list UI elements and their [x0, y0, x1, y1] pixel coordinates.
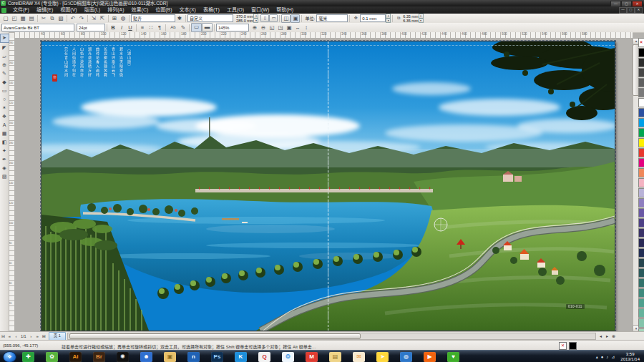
add-page-button-2[interactable]: ⊞: [41, 333, 47, 340]
horizontal-scroll-thumb[interactable]: [69, 333, 361, 339]
color-swatch-26[interactable]: [638, 308, 644, 318]
kugou-app[interactable]: K: [235, 352, 247, 362]
open-button[interactable]: ◰: [10, 14, 19, 22]
menu-效果[interactable]: 效果(C): [128, 6, 152, 14]
menu-文件[interactable]: 文件(F): [9, 6, 33, 14]
table-tool[interactable]: ▦: [1, 129, 9, 137]
color-swatch-21[interactable]: [638, 258, 644, 268]
pick-tool[interactable]: ➤: [0, 34, 9, 43]
zoom-level-dropdown[interactable]: 145%: [216, 24, 249, 31]
page-size-stepper[interactable]: ▴▾: [253, 14, 258, 23]
color-swatch-19[interactable]: [638, 238, 644, 248]
menu-版面[interactable]: 版面(L): [81, 6, 104, 14]
last-page-button[interactable]: »: [34, 333, 41, 340]
freehand-tool[interactable]: ✎: [1, 69, 9, 77]
color-swatch-3[interactable]: [638, 78, 644, 87]
bullet-list-button[interactable]: ∷: [147, 24, 155, 31]
menu-排列[interactable]: 排列(A): [104, 6, 127, 14]
tray-volume-icon[interactable]: ♪: [606, 355, 608, 359]
messenger-app[interactable]: ☻: [140, 352, 152, 362]
duplicate-stepper[interactable]: ▴▾: [419, 14, 424, 23]
antivirus-app[interactable]: ✚: [22, 352, 34, 362]
scroll-left-button[interactable]: ◂: [597, 333, 604, 340]
bridge-app[interactable]: Br: [93, 352, 105, 362]
edit-text-button[interactable]: ✎: [179, 24, 187, 31]
import-button[interactable]: ⇲: [89, 14, 98, 22]
font-size-dropdown[interactable]: 24pt: [77, 24, 105, 31]
add-page-button[interactable]: ⊟: [0, 333, 6, 340]
polygon-tool[interactable]: ✶: [1, 104, 9, 112]
menu-编辑[interactable]: 编辑(E): [33, 6, 57, 14]
landscape-button[interactable]: ▭: [269, 14, 278, 22]
zoom-selected-button[interactable]: ◱: [268, 24, 276, 31]
nudge-stepper[interactable]: ▴▾: [386, 14, 391, 23]
drop-cap-button[interactable]: ¶: [155, 24, 164, 31]
page-preset-dropdown[interactable]: 自定义: [187, 14, 233, 22]
color-swatch-9[interactable]: [638, 138, 644, 147]
outline-color-indicator[interactable]: [569, 342, 577, 350]
zoom-out-button[interactable]: ⊖: [259, 24, 268, 31]
menu-工具[interactable]: 工具(O): [223, 6, 248, 14]
welcome-screen-button[interactable]: ◍: [119, 14, 127, 22]
color-swatch-14[interactable]: [638, 188, 644, 197]
zoom-tool[interactable]: ⊕: [1, 61, 9, 69]
underline-button[interactable]: U: [126, 24, 135, 31]
fill-color-indicator[interactable]: ✕: [559, 342, 567, 350]
color-swatch-10[interactable]: [638, 148, 644, 157]
n-app[interactable]: n: [187, 352, 200, 362]
bold-button[interactable]: B: [109, 24, 117, 31]
zoom-to-page-button[interactable]: ▣: [285, 24, 293, 31]
parrot-app[interactable]: ♥: [447, 352, 459, 362]
player-app[interactable]: ▶: [424, 352, 436, 362]
color-swatch-25[interactable]: [638, 298, 644, 308]
color-swatch-6[interactable]: [638, 108, 644, 117]
duplicate-distance-fields[interactable]: 6.35 mm 6.35 mm: [403, 14, 418, 23]
fill-tool[interactable]: ◈: [1, 164, 9, 172]
color-swatch-23[interactable]: [638, 278, 644, 288]
qq-app[interactable]: Q: [258, 352, 270, 362]
color-swatch-12[interactable]: [638, 168, 644, 177]
text-tool[interactable]: A: [1, 121, 9, 129]
eyedropper-tool[interactable]: ✦: [1, 147, 9, 155]
character-formatting-button[interactable]: Ab: [167, 24, 179, 31]
photoshop-app[interactable]: Ps: [211, 352, 223, 362]
first-page-button[interactable]: «: [6, 333, 13, 340]
italic-button[interactable]: I: [117, 24, 126, 31]
lake-photo-object[interactable]: 〔湖山颂〕碧水连天映翠微青山环抱白云飞长堤柳色随风舞曲径花香入画帏湖光潋滟晴方好…: [41, 41, 615, 331]
design-app[interactable]: ✺: [117, 352, 129, 362]
thunder-app[interactable]: ➤: [376, 352, 389, 362]
snap-dropdown[interactable]: 贴齐: [131, 14, 175, 22]
leaf-app[interactable]: ✿: [46, 352, 58, 362]
units-dropdown[interactable]: 毫米: [316, 14, 348, 22]
shape-tool[interactable]: ◤: [1, 44, 9, 52]
menu-位图[interactable]: 位图(B): [152, 6, 175, 14]
rectangle-tool[interactable]: ▭: [1, 87, 9, 94]
interactive-fill-tool[interactable]: ▨: [1, 172, 9, 180]
doc-close-button[interactable]: ✕: [635, 7, 643, 14]
undo-button[interactable]: ↶: [69, 14, 77, 22]
app-launcher-button[interactable]: ⊞: [110, 14, 119, 22]
crop-tool[interactable]: ▱: [1, 52, 9, 60]
color-swatch-18[interactable]: [638, 228, 644, 238]
print-button[interactable]: ▤: [27, 14, 36, 22]
menu-帮助[interactable]: 帮助(H): [273, 6, 297, 14]
color-swatch-7[interactable]: [638, 118, 644, 127]
zoom-in-button[interactable]: ⊕: [250, 24, 259, 31]
taskbar-clock[interactable]: 3:59 2013/1/14: [620, 352, 640, 362]
menu-视图[interactable]: 视图(V): [57, 6, 80, 14]
options-button[interactable]: ✱: [175, 14, 184, 22]
save-button[interactable]: ▦: [19, 14, 27, 22]
menu-表格[interactable]: 表格(T): [200, 6, 223, 14]
browser-360-app[interactable]: ❂: [282, 352, 294, 362]
tray-network-icon[interactable]: ⊿: [611, 354, 615, 359]
basic-shapes-tool[interactable]: ❖: [1, 112, 9, 120]
previous-page-button[interactable]: ‹: [13, 333, 19, 340]
color-swatch-13[interactable]: [638, 178, 644, 187]
color-swatch-8[interactable]: [638, 128, 644, 137]
menu-窗口[interactable]: 窗口(W): [248, 6, 273, 14]
color-swatch-17[interactable]: [638, 218, 644, 228]
color-swatch-1[interactable]: [638, 58, 644, 67]
color-swatch-20[interactable]: [638, 248, 644, 258]
all-pages-button[interactable]: ◫: [281, 14, 291, 23]
color-swatch-22[interactable]: [638, 268, 644, 278]
